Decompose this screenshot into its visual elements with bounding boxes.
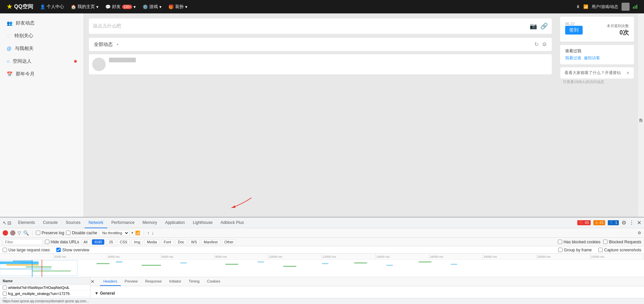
group-by-frame-checkbox[interactable]: Group by frame bbox=[558, 248, 592, 252]
nav-friends[interactable]: 💬 好友 100+ ▾ bbox=[105, 4, 136, 10]
tab-elements[interactable]: Elements bbox=[14, 218, 39, 228]
close-detail-icon[interactable]: ✕ bbox=[91, 279, 95, 284]
throttle-select[interactable]: No throttling bbox=[99, 230, 129, 236]
show-overview-checkbox[interactable]: Show overview bbox=[56, 248, 89, 252]
nav-personal-center[interactable]: 👤 个人中心 bbox=[40, 4, 64, 10]
network-settings-icon[interactable]: ⚙ bbox=[638, 231, 641, 235]
request-checkbox-1[interactable] bbox=[3, 292, 7, 296]
preserve-log-checkbox[interactable]: Preserve log bbox=[36, 231, 64, 235]
preserve-log-input[interactable] bbox=[36, 231, 40, 235]
blocked-requests-input[interactable] bbox=[603, 240, 607, 244]
pause-icon[interactable]: ⏸ bbox=[576, 4, 580, 9]
close-devtools-icon[interactable]: ✕ bbox=[637, 220, 641, 226]
calendar-icon: 📅 bbox=[7, 71, 12, 77]
nav-dress[interactable]: 🎁 装扮 ▾ bbox=[168, 4, 187, 10]
group-by-frame-input[interactable] bbox=[558, 248, 562, 252]
has-blocked-cookies-checkbox[interactable]: Has blocked cookies bbox=[558, 240, 600, 244]
blocked-requests-checkbox[interactable]: Blocked Requests bbox=[603, 240, 641, 244]
tick-0 bbox=[0, 254, 54, 259]
signin-button[interactable]: 签到 bbox=[565, 26, 583, 35]
post-placeholder[interactable]: 说点儿什么吧 bbox=[93, 23, 526, 29]
nav-my-homepage[interactable]: 🏠 我的主页 ▾ bbox=[71, 4, 99, 10]
svg-rect-3 bbox=[26, 266, 52, 267]
sidebar-item-space-master[interactable]: ○ 空间达人 bbox=[0, 55, 84, 68]
record-button[interactable] bbox=[3, 230, 8, 236]
filter-icon[interactable]: ▽ bbox=[17, 230, 21, 236]
refresh-icon[interactable]: ↻ bbox=[534, 41, 539, 48]
brand[interactable]: ★ QQ空间 bbox=[7, 3, 33, 10]
link-who-visited[interactable]: 我看过谁 bbox=[565, 55, 581, 61]
cursor-icon[interactable]: ↖ bbox=[3, 220, 7, 226]
split-panel-icon[interactable]: ⊟ bbox=[7, 220, 11, 226]
tick-8: 16000 ms bbox=[429, 254, 483, 259]
request-item-1[interactable]: fcg_get_multiple_strategy?uin=17279. bbox=[0, 291, 90, 297]
filter-ws[interactable]: WS bbox=[189, 239, 200, 245]
hide-data-urls-checkbox[interactable]: Hide data URLs bbox=[45, 240, 79, 244]
signin-date: 06.22 bbox=[565, 22, 583, 26]
sidebar-item-related[interactable]: @ 与我相关 bbox=[0, 42, 84, 55]
detail-tab-headers[interactable]: Headers bbox=[100, 277, 121, 286]
filter-xhr[interactable]: XHR bbox=[92, 239, 104, 245]
detail-content-area: ▼ General Request URL: https://user.qzon… bbox=[91, 286, 644, 298]
filter-img[interactable]: Img bbox=[132, 239, 143, 245]
filter-font[interactable]: Font bbox=[161, 239, 173, 245]
hide-data-urls-input[interactable] bbox=[45, 240, 49, 244]
tab-adblock[interactable]: Adblock Plus bbox=[217, 218, 248, 228]
sidebar-item-that-year[interactable]: 📅 那年今月 bbox=[0, 68, 84, 80]
close-promo-icon[interactable]: ✕ bbox=[626, 71, 630, 75]
upload-icon[interactable]: ↑ bbox=[147, 230, 150, 236]
activity-chevron[interactable]: ▾ bbox=[117, 43, 118, 46]
month-count: 本月签到次数 0次 bbox=[607, 23, 629, 37]
detail-tab-initiator[interactable]: Initiator bbox=[166, 277, 184, 286]
download-icon[interactable]: ↓ bbox=[152, 230, 154, 236]
detail-tab-preview[interactable]: Preview bbox=[121, 277, 141, 286]
capture-screenshots-checkbox[interactable]: Capture screenshots bbox=[598, 248, 641, 252]
gear-icon[interactable]: ⚙ bbox=[622, 220, 626, 226]
settings-icon[interactable]: ⚙ bbox=[542, 41, 547, 48]
timeline-ruler: 2000 ms 4000 ms 6000 ms 8000 ms 10000 ms… bbox=[0, 254, 644, 260]
disable-cache-checkbox[interactable]: Disable cache bbox=[66, 231, 97, 235]
sidebar-item-friends-activity[interactable]: 👥 好友动态 bbox=[0, 17, 84, 29]
svg-rect-14 bbox=[283, 266, 296, 267]
clear-button[interactable]: 🚫 bbox=[10, 230, 15, 236]
detail-tab-response[interactable]: Response bbox=[142, 277, 165, 286]
camera-icon[interactable]: 📷 bbox=[530, 22, 537, 30]
filter-css[interactable]: CSS bbox=[117, 239, 130, 245]
nav-games[interactable]: ⚙️ 游戏 ▾ bbox=[143, 4, 162, 10]
disable-cache-input[interactable] bbox=[66, 231, 70, 235]
tab-application[interactable]: Application bbox=[161, 218, 189, 228]
detail-tab-timing[interactable]: Timing bbox=[185, 277, 203, 286]
tab-console[interactable]: Console bbox=[39, 218, 62, 228]
request-checkbox-0[interactable] bbox=[3, 286, 7, 290]
search-icon[interactable]: 🔍 bbox=[23, 230, 29, 236]
filter-doc[interactable]: Doc bbox=[175, 239, 187, 245]
tab-network[interactable]: Network bbox=[85, 218, 107, 228]
filter-js[interactable]: JS bbox=[106, 239, 115, 245]
filter-all[interactable]: All bbox=[81, 239, 90, 245]
tab-sources[interactable]: Sources bbox=[62, 218, 85, 228]
link-icon[interactable]: 🔗 bbox=[540, 22, 548, 30]
info-badge: 🔵 1 bbox=[608, 220, 619, 225]
filter-media[interactable]: Media bbox=[145, 239, 159, 245]
more-icon[interactable]: ⋮ bbox=[629, 220, 634, 226]
tab-memory[interactable]: Memory bbox=[139, 218, 161, 228]
show-overview-input[interactable] bbox=[56, 248, 61, 252]
large-rows-input[interactable] bbox=[3, 248, 7, 252]
filter-manifest[interactable]: Manifest bbox=[201, 239, 220, 245]
detail-tab-cookies[interactable]: Cookies bbox=[204, 277, 224, 286]
overview-right: Group by frame Capture screenshots bbox=[558, 248, 641, 252]
request-item-0[interactable]: whitelist?id=RiaWqsnTHOaqiNeiQn&. bbox=[0, 285, 90, 291]
filter-input[interactable] bbox=[3, 239, 43, 245]
tab-lighthouse[interactable]: Lighthouse bbox=[189, 218, 217, 228]
link-blocked-visitor[interactable]: 被拒访客 bbox=[584, 55, 600, 61]
large-rows-checkbox[interactable]: Use large request rows bbox=[3, 248, 50, 252]
post-box: 说点儿什么吧 📷 🔗 bbox=[89, 18, 552, 34]
capture-screenshots-input[interactable] bbox=[598, 248, 603, 252]
sidebar-item-special-care[interactable]: ♡ 特别关心 bbox=[0, 29, 84, 42]
tab-performance[interactable]: Performance bbox=[107, 218, 139, 228]
separator1 bbox=[32, 230, 33, 236]
hot-tab[interactable]: 热点 bbox=[637, 13, 644, 217]
chevron-down-icon: ▾ bbox=[96, 4, 99, 9]
has-blocked-cookies-input[interactable] bbox=[558, 240, 562, 244]
filter-other[interactable]: Other bbox=[222, 239, 236, 245]
